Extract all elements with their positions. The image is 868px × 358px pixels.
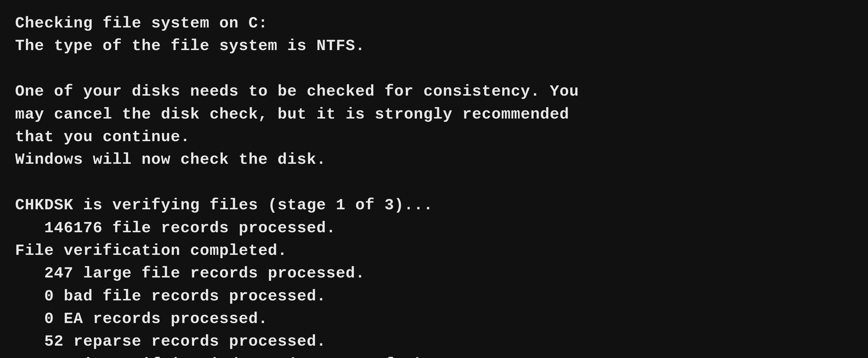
terminal-line: CHKDSK is verifying files (stage 1 of 3)…: [15, 194, 853, 216]
terminal-line: may cancel the disk check, but it is str…: [15, 103, 853, 126]
terminal-line: [15, 171, 853, 194]
terminal-line: 146176 file records processed.: [15, 217, 853, 239]
terminal-line: One of your disks needs to be checked fo…: [15, 80, 853, 103]
terminal-line: 0 EA records processed.: [15, 308, 853, 330]
terminal-line: that you continue.: [15, 126, 853, 148]
terminal-line: The type of the file system is NTFS.: [15, 35, 853, 57]
terminal-line: File verification completed.: [15, 239, 853, 262]
terminal-line: Windows will now check the disk.: [15, 148, 853, 171]
terminal-output: Checking file system on C:The type of th…: [15, 12, 853, 358]
terminal-line: 52 reparse records processed.: [15, 330, 853, 353]
terminal-line: Checking file system on C:: [15, 12, 853, 35]
terminal-line: CHKDSK is verifying indexes (stage 2 of …: [15, 353, 853, 358]
terminal-line: 247 large file records processed.: [15, 262, 853, 285]
terminal-screen: Checking file system on C:The type of th…: [0, 0, 868, 358]
terminal-line: 0 bad file records processed.: [15, 285, 853, 308]
terminal-line: [15, 58, 853, 80]
